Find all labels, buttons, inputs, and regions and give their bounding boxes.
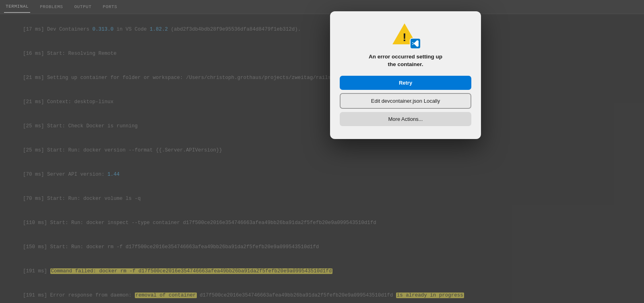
svg-text:!: ! (402, 31, 406, 44)
more-actions-button[interactable]: More Actions... (340, 112, 471, 126)
error-dialog: ! An error occurred setting upthe contai… (330, 11, 481, 139)
edit-devcontainer-button[interactable]: Edit devcontainer.json Locally (340, 93, 471, 109)
vscode-badge-icon (410, 38, 421, 49)
dialog-overlay (0, 0, 644, 303)
dialog-icon-composite: ! (392, 23, 419, 47)
retry-button[interactable]: Retry (340, 76, 471, 90)
dialog-title: An error occurred setting upthe containe… (369, 53, 442, 68)
vscode-logo-icon (412, 40, 419, 47)
